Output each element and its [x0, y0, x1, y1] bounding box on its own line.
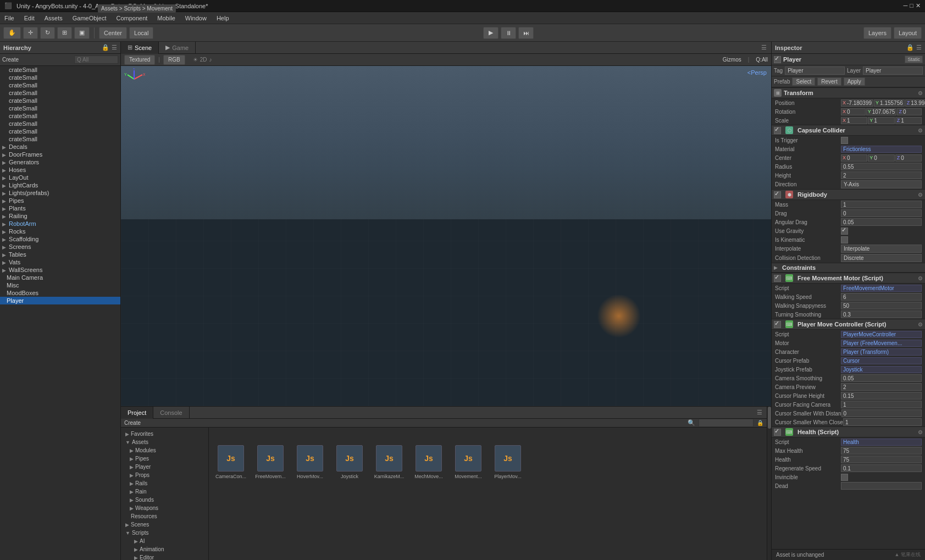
scene-rgb-btn[interactable]: RGB — [163, 55, 185, 65]
is-kinematic-checkbox[interactable] — [841, 236, 848, 243]
scene-2d-icon[interactable]: 2D — [200, 57, 207, 63]
hierarchy-item-layout[interactable]: ▶ LayOut — [0, 174, 120, 181]
file-playermove[interactable]: Js PlayerMov... — [490, 445, 525, 479]
hierarchy-search[interactable] — [74, 56, 118, 64]
prefab-revert-btn[interactable]: Revert — [817, 77, 841, 86]
pmc-camera-preview-value[interactable]: 2 — [841, 383, 922, 391]
player-move-enabled-checkbox[interactable] — [774, 321, 781, 328]
axis-gizmo[interactable]: X Y Z — [123, 68, 145, 90]
layers-btn[interactable]: Layers — [863, 27, 891, 39]
tool-move[interactable]: ✛ — [23, 27, 38, 39]
tab-game[interactable]: ▶ Game — [159, 42, 196, 54]
health-script-value[interactable]: Health — [841, 439, 922, 446]
free-movement-script-value[interactable]: FreeMovementMotor — [841, 285, 922, 292]
tree-item-weapons[interactable]: ▶ Weapons — [121, 504, 208, 512]
tool-rotate[interactable]: ↻ — [40, 27, 55, 39]
play-btn[interactable]: ▶ — [483, 27, 498, 39]
tab-scene[interactable]: ⊞ Scene — [121, 42, 159, 54]
pmc-joystick-prefab-value[interactable]: Joystick — [841, 366, 922, 373]
free-movement-header[interactable]: ⌨ Free Movement Motor (Script) ⚙ — [772, 273, 925, 284]
rigidbody-settings-icon[interactable]: ⚙ — [918, 192, 923, 198]
tree-item-pipes[interactable]: ▶ Pipes — [121, 454, 208, 463]
pmc-cursor-smaller-close-value[interactable]: 1 — [843, 418, 922, 426]
hierarchy-lock-icon[interactable]: 🔒 — [102, 44, 109, 51]
list-item[interactable]: crateSmall — [0, 120, 120, 127]
health-enabled-checkbox[interactable] — [774, 429, 781, 436]
pmc-script-value[interactable]: PlayerMoveController — [841, 331, 922, 338]
file-mechmove[interactable]: Js MechMove... — [411, 445, 446, 479]
menu-edit[interactable]: Edit — [22, 14, 37, 23]
player-move-settings-icon[interactable]: ⚙ — [918, 321, 923, 328]
tool-scale[interactable]: ⊞ — [57, 27, 72, 39]
hierarchy-item-tables[interactable]: ▶ Tables — [0, 251, 120, 258]
step-btn[interactable]: ⏭ — [518, 27, 534, 39]
project-settings-icon[interactable]: ☰ — [752, 409, 767, 416]
file-movement[interactable]: Js Movement... — [451, 445, 486, 479]
object-active-checkbox[interactable] — [774, 56, 781, 63]
tree-item-modules[interactable]: ▶ Modules — [121, 446, 208, 454]
hierarchy-item-screens[interactable]: ▶ Screens — [0, 243, 120, 251]
menu-component[interactable]: Component — [114, 14, 149, 23]
tree-item-scripts[interactable]: ▼ Scripts — [121, 529, 208, 537]
scene-light-icon[interactable]: ☀ — [193, 57, 198, 63]
use-gravity-checkbox[interactable] — [841, 228, 848, 235]
turning-smoothing-value[interactable]: 0.3 — [841, 311, 922, 318]
inspector-menu-icon[interactable]: ☰ — [916, 44, 922, 51]
file-kamikazem[interactable]: Js KamikazeM... — [372, 445, 407, 479]
menu-mobile[interactable]: Mobile — [155, 14, 177, 23]
project-create-btn[interactable]: Create — [124, 420, 141, 426]
invincible-checkbox[interactable] — [841, 474, 848, 481]
list-item[interactable]: crateSmall — [0, 97, 120, 104]
list-item[interactable]: crateSmall — [0, 104, 120, 112]
is-trigger-checkbox[interactable] — [841, 137, 848, 144]
rigidbody-header[interactable]: ⬢ Rigidbody ⚙ — [772, 189, 925, 200]
pmc-cursor-facing-value[interactable]: 1 — [841, 401, 922, 408]
pause-btn[interactable]: ⏸ — [501, 27, 516, 39]
hierarchy-item-lightcards[interactable]: ▶ LightCards — [0, 181, 120, 189]
interpolate-dropdown[interactable]: Interpolate — [841, 245, 922, 253]
health-header[interactable]: ⌨ Health (Script) ⚙ — [772, 426, 925, 437]
space-btn[interactable]: Local — [129, 27, 153, 39]
hierarchy-item-generators[interactable]: ▶ Generators — [0, 158, 120, 166]
layer-dropdown[interactable]: Player — [863, 66, 923, 75]
hierarchy-item-doorframes[interactable]: ▶ DoorFrames — [0, 151, 120, 158]
prefab-select-btn[interactable]: Select — [792, 77, 815, 86]
capsule-collider-header[interactable]: ⬡ Capsule Collider ⚙ — [772, 125, 925, 136]
hierarchy-item-plants[interactable]: ▶ Plants — [0, 204, 120, 212]
drag-value[interactable]: 0 — [841, 209, 922, 217]
hierarchy-item-player[interactable]: Player — [0, 297, 120, 304]
hierarchy-item-wallscreens[interactable]: ▶ WallScreens — [0, 266, 120, 274]
hierarchy-item-railing[interactable]: ▶ Railing — [0, 212, 120, 220]
pmc-motor-value[interactable]: Player (FreeMovemen... — [841, 340, 922, 347]
tree-item-assets[interactable]: ▼ Assets — [121, 438, 208, 446]
health-val-value[interactable]: 75 — [841, 456, 922, 463]
menu-gameobject[interactable]: GameObject — [70, 14, 109, 23]
hierarchy-menu-icon[interactable]: ☰ — [112, 44, 117, 51]
max-health-value[interactable]: 75 — [841, 447, 922, 454]
file-cameracontroller[interactable]: Js CameraCon... — [213, 445, 248, 479]
transform-settings-icon[interactable]: ⚙ — [918, 90, 923, 96]
tool-rect[interactable]: ▣ — [74, 27, 90, 39]
hierarchy-item-decals[interactable]: ▶ Decals — [0, 143, 120, 151]
menu-help[interactable]: Help — [214, 14, 231, 23]
hierarchy-item-misc[interactable]: Misc — [0, 281, 120, 289]
static-badge[interactable]: Static — [905, 56, 923, 63]
menu-assets[interactable]: Assets — [42, 14, 65, 23]
tree-item-ai[interactable]: ▶ AI — [121, 537, 208, 545]
walking-speed-value[interactable]: 6 — [841, 293, 922, 301]
collision-detection-dropdown[interactable]: Discrete — [841, 254, 922, 262]
direction-dropdown[interactable]: Y-Axis — [841, 180, 922, 188]
file-freemovement[interactable]: Js FreeMovem... — [253, 445, 288, 479]
list-item[interactable]: crateSmall — [0, 89, 120, 97]
tree-item-editor[interactable]: ▶ Editor — [121, 553, 208, 560]
list-item[interactable]: crateSmall — [0, 112, 120, 120]
menu-file[interactable]: File — [2, 14, 16, 23]
pmc-cursor-prefab-value[interactable]: Cursor — [841, 357, 922, 364]
tag-dropdown[interactable]: Player — [785, 66, 845, 75]
hierarchy-item-rocks[interactable]: ▶ Rocks — [0, 228, 120, 235]
tree-item-favorites[interactable]: ▶ Favorites — [121, 430, 208, 438]
pivot-btn[interactable]: Center — [99, 27, 127, 39]
file-hovermove[interactable]: Js HoverMov... — [292, 445, 328, 479]
tree-item-rails[interactable]: ▶ Rails — [121, 479, 208, 487]
hierarchy-item-robotarm[interactable]: ▶ RobotArm — [0, 220, 120, 228]
